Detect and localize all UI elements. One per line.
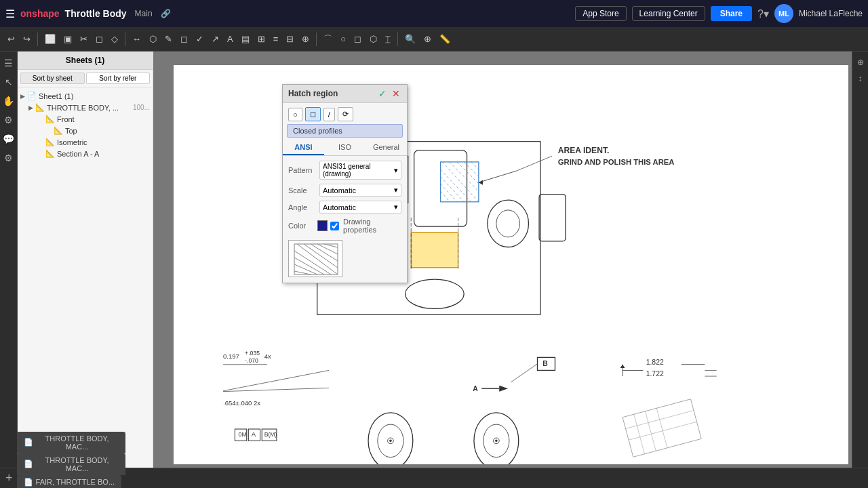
tab-label: THROTTLE BODY, MAC...	[36, 456, 119, 472]
svg-text:1.822: 1.822	[646, 359, 664, 366]
text-button[interactable]: A	[224, 32, 237, 46]
section-button[interactable]: ▣	[60, 32, 75, 46]
share-button[interactable]: Share	[711, 6, 752, 21]
learning-center-button[interactable]: Learning Center	[632, 6, 705, 21]
tree-item-1[interactable]: ▶📐THROTTLE BODY, ...100...	[20, 102, 150, 113]
hand-icon[interactable]: ✋	[1, 94, 16, 108]
new-view-button[interactable]: ⬜	[41, 32, 59, 46]
hatch-tab-iso[interactable]: ISO	[324, 140, 366, 155]
tree-icon: 📐	[35, 103, 45, 112]
bom-button[interactable]: ≡	[270, 32, 282, 46]
polygon-button[interactable]: ⬡	[366, 32, 380, 46]
drawing-svg: AREA IDENT. GRIND AND POLISH THIS AREA 0…	[174, 65, 848, 464]
svg-point-20	[406, 279, 465, 308]
svg-line-68	[629, 422, 696, 440]
app-store-button[interactable]: App Store	[575, 6, 626, 21]
check-button[interactable]: ✓	[193, 32, 207, 46]
sort-by-sheet-button[interactable]: Sort by sheet	[20, 73, 85, 84]
hamburger-icon[interactable]: ☰	[5, 7, 15, 20]
drawing-paper: AREA IDENT. GRIND AND POLISH THIS AREA 0…	[174, 65, 848, 464]
right-icon-1[interactable]: ⊕	[855, 56, 866, 69]
svg-line-66	[656, 408, 667, 448]
svg-text:A: A	[252, 430, 256, 438]
undo-button[interactable]: ↩	[4, 32, 18, 46]
bottom-tab-1[interactable]: 📄THROTTLE BODY, MAC...	[17, 453, 125, 475]
hatch-angle-value[interactable]: Automatic ▾	[319, 201, 401, 214]
hatch-dialog-title: Hatch region	[288, 89, 338, 98]
menu-icon[interactable]: ☰	[2, 56, 15, 70]
svg-line-33	[223, 370, 329, 390]
balloon-button[interactable]: ◻	[177, 32, 191, 46]
measure-button[interactable]: 📏	[436, 32, 454, 46]
hatch-pattern-label: Pattern	[288, 166, 317, 174]
closed-profiles-bar: Closed profiles	[287, 124, 403, 138]
circle-button[interactable]: ○	[337, 32, 349, 46]
hatch-shape-rect-button[interactable]: ◻	[305, 107, 321, 121]
parts-icon[interactable]: ⚙	[2, 113, 15, 127]
svg-text:B: B	[542, 360, 548, 367]
tree-label: Sheet1 (1)	[39, 92, 150, 100]
sheet-tree: ▶📄Sheet1 (1)▶📐THROTTLE BODY, ...100...📐F…	[18, 87, 153, 468]
crop-button[interactable]: ◇	[108, 32, 121, 46]
tree-item-5[interactable]: 📐Section A - A	[20, 148, 150, 159]
tab-icon: 📄	[24, 460, 33, 468]
hatch-color-checkbox[interactable]	[330, 222, 339, 230]
svg-rect-42	[537, 357, 555, 370]
bottom-tab-2[interactable]: 📄FAIR, THROTTLE BO...	[17, 475, 122, 489]
hatch-scale-value[interactable]: Automatic ▾	[319, 184, 401, 197]
tree-icon: 📐	[45, 115, 55, 123]
doc-branch: Main	[135, 9, 153, 18]
svg-text:0.197: 0.197	[223, 352, 239, 360]
hatch-confirm-button[interactable]: ✓	[377, 88, 388, 99]
svg-marker-52	[620, 365, 625, 368]
svg-rect-63	[623, 399, 701, 457]
dim-button[interactable]: ↔	[129, 32, 144, 46]
hatch-close-button[interactable]: ✕	[391, 88, 401, 99]
tree-item-2[interactable]: 📐Front	[20, 113, 150, 125]
sort-by-ref-button[interactable]: Sort by refer	[86, 73, 151, 84]
settings-icon[interactable]: ⚙	[2, 150, 15, 165]
redo-button[interactable]: ↪	[20, 32, 34, 46]
note-button[interactable]: ✎	[161, 32, 176, 46]
grid-button[interactable]: ⊞	[254, 32, 269, 46]
help-button[interactable]: ?▾	[757, 7, 769, 20]
hatch-shape-circle-button[interactable]: ○	[288, 108, 302, 121]
hatch-shape-slash-button[interactable]: /	[323, 108, 335, 121]
right-icon-2[interactable]: ↕	[856, 72, 865, 85]
svg-point-59	[474, 413, 519, 464]
tab-icon: 📄	[24, 438, 33, 447]
svg-line-6	[457, 162, 479, 184]
svg-rect-2	[414, 150, 467, 227]
add-tab-button[interactable]: +	[3, 471, 16, 485]
comment-icon[interactable]: 💬	[1, 131, 16, 146]
centerline-button[interactable]: ⊟	[283, 32, 297, 46]
spline-button[interactable]: ⌶	[382, 32, 394, 46]
tree-label: Section A - A	[57, 150, 150, 158]
rect-button[interactable]: ◻	[351, 32, 365, 46]
toolbar-separator4	[397, 33, 398, 46]
drawing-canvas[interactable]: AREA IDENT. GRIND AND POLISH THIS AREA 0…	[153, 52, 852, 468]
tree-item-4[interactable]: 📐Isometric	[20, 136, 150, 148]
zoom-button[interactable]: ⊕	[420, 32, 435, 46]
line-button[interactable]: ⌒	[320, 31, 336, 47]
hatch-shape-curve-button[interactable]: ⟳	[338, 107, 353, 121]
tree-item-3[interactable]: 📐Top	[20, 125, 150, 136]
hatch-pattern-value[interactable]: ANSI31 general (drawing) ▾	[319, 161, 401, 180]
broken-view-button[interactable]: ◻	[92, 32, 106, 46]
svg-line-5	[450, 162, 479, 191]
arrow-button[interactable]: ↗	[208, 32, 222, 46]
table-button[interactable]: ▤	[238, 32, 253, 46]
tree-item-0[interactable]: ▶📄Sheet1 (1)	[20, 90, 150, 102]
bottom-tab-0[interactable]: 📄THROTTLE BODY, MAC...	[17, 432, 125, 453]
toolbar-separator	[37, 33, 38, 46]
cursor-icon[interactable]: ↖	[3, 75, 15, 89]
hatch-tab-general[interactable]: General	[366, 140, 407, 155]
hatch-pattern-field: Pattern ANSI31 general (drawing) ▾	[283, 159, 407, 182]
center-mark-button[interactable]: ⊕	[298, 32, 313, 46]
snap-button[interactable]: 🔍	[401, 32, 419, 46]
hatch-button[interactable]: ⬡	[146, 32, 160, 46]
hatch-tab-ansi[interactable]: ANSI	[283, 140, 324, 155]
detail-button[interactable]: ✂	[77, 32, 91, 46]
svg-point-61	[494, 438, 500, 444]
svg-line-65	[646, 411, 656, 451]
